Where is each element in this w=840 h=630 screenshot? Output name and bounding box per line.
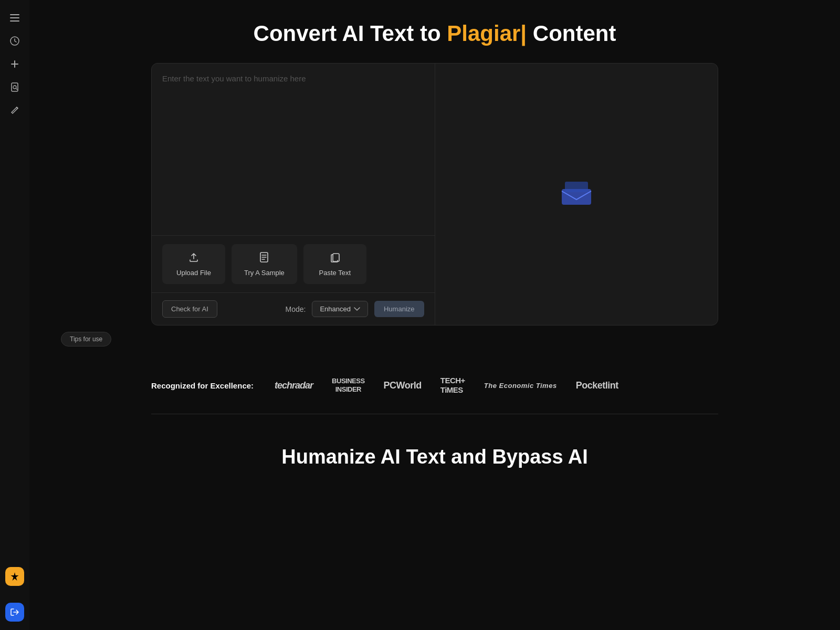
svg-rect-6	[12, 83, 18, 91]
mode-label: Mode:	[285, 305, 306, 313]
editor-container: Upload File Try A Sample	[151, 63, 718, 326]
output-placeholder	[561, 181, 592, 208]
editor-actions: Upload File Try A Sample	[152, 235, 435, 292]
techradar-logo: techradar	[275, 380, 313, 391]
sidebar	[0, 0, 29, 630]
tech-times-logo: TECH+TiMES	[440, 376, 465, 395]
add-icon[interactable]	[5, 55, 24, 74]
business-insider-logo: BUSINESSINSIDER	[332, 377, 364, 393]
section-divider	[151, 414, 718, 414]
upload-file-label: Upload File	[176, 269, 211, 277]
svg-rect-5	[11, 64, 18, 65]
page-title: Convert AI Text to Plagiar| Content	[254, 21, 616, 46]
svg-rect-0	[10, 14, 19, 15]
try-sample-label: Try A Sample	[244, 269, 285, 277]
paste-icon	[329, 251, 341, 266]
dropdown-arrow-icon	[354, 305, 360, 313]
title-highlight: Plagiar|	[447, 21, 527, 46]
check-ai-button[interactable]: Check for AI	[162, 300, 217, 318]
editor-right-panel	[435, 64, 718, 325]
upload-file-button[interactable]: Upload File	[162, 244, 225, 284]
main-content: Convert AI Text to Plagiar| Content Uplo…	[29, 0, 840, 630]
try-sample-button[interactable]: Try A Sample	[232, 244, 297, 284]
bottom-section: Humanize AI Text and Bypass AI	[151, 446, 718, 468]
recognition-label: Recognized for Excellence:	[151, 381, 254, 390]
paste-text-label: Paste Text	[319, 269, 351, 277]
editor-bottom-bar: Check for AI Mode: Enhanced Humanize	[152, 292, 435, 325]
sparkle-icon[interactable]	[5, 567, 24, 586]
pocketlint-logo: Pocketlint	[576, 380, 618, 391]
recognition-bar: Recognized for Excellence: techradar BUS…	[151, 376, 718, 395]
svg-rect-11	[565, 182, 588, 192]
menu-icon[interactable]	[5, 8, 24, 27]
editor-left-panel: Upload File Try A Sample	[152, 64, 435, 325]
search-document-icon[interactable]	[5, 78, 24, 97]
history-icon[interactable]	[5, 32, 24, 50]
svg-rect-9	[333, 254, 339, 261]
login-icon[interactable]	[5, 603, 24, 622]
mode-value: Enhanced	[320, 305, 351, 313]
svg-rect-1	[10, 17, 19, 18]
bottom-title: Humanize AI Text and Bypass AI	[151, 446, 718, 468]
paste-text-button[interactable]: Paste Text	[303, 244, 366, 284]
document-icon	[258, 251, 270, 266]
humanize-button[interactable]: Humanize	[374, 301, 424, 317]
text-input[interactable]	[152, 64, 435, 235]
svg-rect-2	[10, 20, 19, 22]
pcworld-logo: PCWorld	[384, 380, 422, 391]
mode-dropdown[interactable]: Enhanced	[312, 301, 368, 317]
logos-row: techradar BUSINESSINSIDER PCWorld TECH+T…	[275, 376, 618, 395]
economic-times-logo: The Economic Times	[484, 382, 557, 390]
upload-icon	[188, 251, 200, 266]
tips-for-use-button[interactable]: Tips for use	[61, 332, 111, 346]
edit-icon[interactable]	[5, 101, 24, 120]
